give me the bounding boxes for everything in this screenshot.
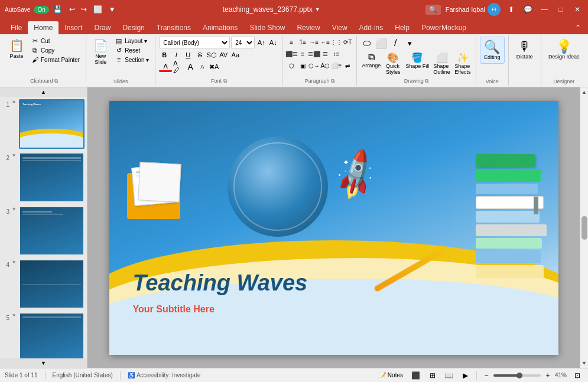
align-left-button[interactable]: ⬛☰ xyxy=(286,48,297,59)
slide-item-3[interactable]: 3 ★ xyxy=(2,206,85,256)
font-color-button[interactable]: A xyxy=(159,61,172,72)
tab-animations[interactable]: Animations xyxy=(197,21,243,34)
slide-panel-scroll-down[interactable]: ▼ xyxy=(0,358,87,368)
decrease-indent-button[interactable]: ←≡ xyxy=(320,37,330,47)
zoom-handle[interactable] xyxy=(516,373,522,378)
comments-button[interactable]: 💬 xyxy=(522,4,534,15)
shape-fill-button[interactable]: 🪣 Shape Fill xyxy=(404,51,430,76)
clear-format-button[interactable]: ✖A xyxy=(209,61,219,72)
tab-review[interactable]: Review xyxy=(291,21,326,34)
align-right-button[interactable]: ☰⬛ xyxy=(308,48,319,59)
slide-item-1[interactable]: 1 ★ Teaching Waves xyxy=(2,99,85,149)
save-icon[interactable]: 💾 xyxy=(53,4,63,15)
decrease-font-button[interactable]: A↓ xyxy=(268,37,278,48)
more-options-icon[interactable]: ▼ xyxy=(107,4,118,15)
bold-button[interactable]: B xyxy=(159,50,170,60)
quick-styles-button[interactable]: 🎨 QuickStyles xyxy=(384,51,402,76)
zoom-in-button[interactable]: + xyxy=(543,371,553,380)
accessibility-button[interactable]: ♿ Accessibility: Investigate xyxy=(128,372,200,378)
format-painter-button[interactable]: 🖌Format Painter xyxy=(28,55,82,64)
slide-thumb-2[interactable] xyxy=(19,152,85,202)
slide-thumb-1[interactable]: Teaching Waves xyxy=(19,99,85,149)
slide-thumb-3[interactable] xyxy=(19,206,85,256)
copy-button[interactable]: ⧉Copy xyxy=(28,46,82,55)
increase-indent-button[interactable]: →≡ xyxy=(308,37,319,47)
convert-button[interactable]: ⬡→ xyxy=(308,60,319,71)
text-shadow-para-button[interactable]: A⬡ xyxy=(320,60,330,71)
text-direction-button[interactable]: ⟳T xyxy=(342,37,353,47)
undo-button[interactable]: ↩ xyxy=(67,4,77,15)
scroll-up-button[interactable]: ▲ xyxy=(581,87,587,97)
reading-view-button[interactable]: 📖 xyxy=(443,370,455,381)
tab-transitions[interactable]: Transitions xyxy=(151,21,197,34)
shape-effects-button[interactable]: ✨ ShapeEffects xyxy=(453,51,472,76)
text-convert-button[interactable]: ⇄ xyxy=(342,60,353,71)
dictate-button[interactable]: 🎙 Dictate xyxy=(512,37,537,63)
redo-button[interactable]: ↪ xyxy=(79,4,89,15)
slide-thumb-5[interactable] xyxy=(19,312,85,358)
charspace-button[interactable]: AV xyxy=(218,50,229,60)
changecase-button[interactable]: Aa xyxy=(230,50,241,60)
font-name-select[interactable]: Calibri (Body) xyxy=(159,37,230,48)
title-dropdown-icon[interactable]: ▼ xyxy=(315,6,320,12)
normal-view-button[interactable]: ⬛ xyxy=(410,370,422,381)
maximize-button[interactable]: □ xyxy=(555,4,567,15)
slide-thumb-4[interactable] xyxy=(19,259,85,309)
fit-to-window-button[interactable]: ⊡ xyxy=(571,370,583,381)
notes-button[interactable]: 📝 Notes xyxy=(376,371,405,380)
cut-button[interactable]: ✂Cut xyxy=(28,37,82,45)
slideshow-button[interactable]: ▶ xyxy=(460,370,472,381)
tab-slideshow[interactable]: Slide Show xyxy=(243,21,291,34)
align-center-button[interactable]: ≡ xyxy=(297,48,308,59)
zoom-out-button[interactable]: − xyxy=(482,371,491,380)
italic-button[interactable]: I xyxy=(171,50,181,60)
underline-button[interactable]: U xyxy=(183,50,193,60)
justify-button[interactable]: ☰ xyxy=(320,48,330,59)
font-highlight-button[interactable]: A🖊 xyxy=(173,61,184,72)
presentation-view-icon[interactable]: ⬜ xyxy=(93,4,103,15)
shape-more[interactable]: ▾ xyxy=(403,37,416,50)
text-size-a-button[interactable]: A xyxy=(185,61,196,72)
autosave-toggle[interactable]: On xyxy=(34,6,48,14)
tab-file[interactable]: File xyxy=(5,21,28,34)
tab-design[interactable]: Design xyxy=(116,21,150,34)
tab-home[interactable]: Home xyxy=(28,21,59,34)
language-info[interactable]: English (United States) xyxy=(53,372,113,378)
bullets-button[interactable]: ≡ xyxy=(286,37,297,47)
design-ideas-button[interactable]: 💡 Design Ideas xyxy=(545,37,583,63)
search-button[interactable]: 🔍 xyxy=(425,5,441,15)
tab-view[interactable]: View xyxy=(326,21,353,34)
shape-line[interactable]: / xyxy=(389,37,402,50)
scroll-down-button[interactable]: ▼ xyxy=(581,358,587,368)
shape-oval[interactable]: ⬭ xyxy=(360,37,373,50)
section-button[interactable]: ≡Section ▾ xyxy=(112,55,151,64)
smart-art-button[interactable]: ⬡ xyxy=(286,60,297,71)
numbering-button[interactable]: 1≡ xyxy=(297,37,308,47)
increase-font-button[interactable]: A↑ xyxy=(256,37,267,48)
tab-powermockup[interactable]: PowerMockup xyxy=(415,21,472,34)
new-slide-button[interactable]: 📄 NewSlide xyxy=(90,37,111,67)
zoom-slider[interactable] xyxy=(493,374,541,377)
share-button[interactable]: ⬆ xyxy=(505,4,517,15)
tab-help[interactable]: Help xyxy=(389,21,415,34)
editing-button[interactable]: 🔍 Editing xyxy=(480,37,505,64)
tab-draw[interactable]: Draw xyxy=(88,21,116,34)
slide-item-5[interactable]: 5 ★ xyxy=(2,312,85,358)
tab-insert[interactable]: Insert xyxy=(59,21,88,34)
shape-rect[interactable]: ⬜ xyxy=(375,37,388,50)
slide-item-4[interactable]: 4 ★ xyxy=(2,259,85,309)
close-button[interactable]: ✕ xyxy=(571,4,583,15)
line-spacing-button[interactable]: ↕≡ xyxy=(331,48,342,59)
shadow-button[interactable]: S⬡ xyxy=(206,50,217,60)
align-text-button[interactable]: ⬜≡ xyxy=(331,60,342,71)
slide-sorter-button[interactable]: ⊞ xyxy=(427,370,438,381)
shape-outline-button[interactable]: ⬜ ShapeOutline xyxy=(432,51,451,76)
layout-button[interactable]: ▤Layout ▾ xyxy=(112,37,151,45)
text-size-sm-button[interactable]: A xyxy=(197,61,207,72)
reset-button[interactable]: ↺Reset xyxy=(112,46,151,55)
scrollbar-thumb[interactable] xyxy=(581,216,587,240)
tab-addins[interactable]: Add-ins xyxy=(353,21,389,34)
slide-item-2[interactable]: 2 ★ xyxy=(2,152,85,202)
strikethrough-button[interactable]: S xyxy=(194,50,205,60)
minimize-button[interactable]: — xyxy=(538,4,550,15)
